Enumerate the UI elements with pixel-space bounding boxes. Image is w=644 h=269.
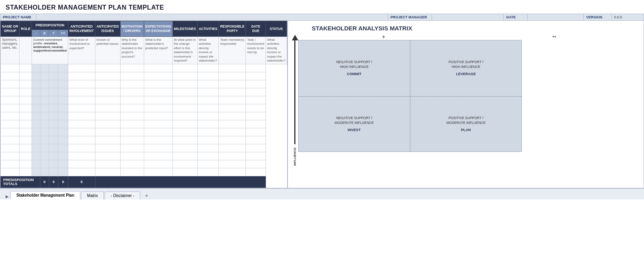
influence-label: INFLUENCE: [293, 147, 297, 166]
right-panel: STAKEHOLDER ANALYSIS MATRIX INFLUENCE 0 …: [288, 21, 644, 188]
tab-bar: ▶ Stakeholder Management Plan Matrix - D…: [0, 188, 644, 199]
project-info-row: PROJECT NAME PROJECT MANAGER DATE VERSIO…: [0, 14, 644, 20]
quadrant-title-top-left: NEGATIVE SUPPORT /HIGH INFLUENCE: [336, 60, 372, 70]
quadrant-title-bottom-right: POSITIVE SUPPORT /MODERATE INFLUENCE: [446, 116, 485, 126]
table-row: [1, 64, 287, 72]
col-anticipated-involvement: ANTICIPATED INVOLVEMENT: [68, 21, 95, 37]
page-title: STAKEHOLDER MANAGEMENT PLAN TEMPLATE: [0, 0, 644, 14]
arrow-line: [294, 40, 295, 144]
matrix-quadrant-top-right: POSITIVE SUPPORT /HIGH INFLUENCE LEVERAG…: [410, 40, 521, 96]
arrow-up-icon: [292, 35, 298, 40]
col-role: ROLE: [20, 21, 32, 37]
col-date-due: DATE DUE: [246, 21, 266, 37]
version-label: VERSION: [586, 15, 602, 19]
matrix-top-label-left: 0: [298, 35, 469, 39]
version-value[interactable]: 0.0.0: [614, 15, 641, 19]
quadrant-action-bottom-left: INVEST: [348, 128, 361, 132]
desc-responsible: Team member(s) responsible: [219, 37, 246, 64]
table-row: [1, 152, 287, 160]
main-content: NAME OR GROUP ROLE PREDISPOSITION ANTICI…: [0, 20, 644, 188]
project-manager-label: PROJECT MANAGER: [390, 15, 427, 19]
matrix-top-labels: 0 ++: [298, 35, 640, 39]
table-row: [1, 96, 287, 104]
matrix-area: INFLUENCE 0 ++ NEGATIVE SUPPORT /HIGH IN…: [292, 35, 640, 166]
influence-arrow: INFLUENCE: [292, 35, 298, 166]
desc-milestones: At what point in the change effort is th…: [172, 37, 197, 64]
table-row: [1, 112, 287, 120]
totals-plusplus: 0: [68, 176, 95, 188]
totals-zero: 0: [49, 176, 58, 188]
quadrant-action-bottom-right: PLAN: [461, 128, 471, 132]
col-status: STATUS: [266, 21, 287, 37]
predisposition-minus: -: [32, 30, 40, 37]
desc-involvement: What level of involvement is expected?: [68, 37, 95, 64]
quadrant-action-top-left: COMMIT: [347, 72, 362, 76]
left-table: NAME OR GROUP ROLE PREDISPOSITION ANTICI…: [0, 21, 288, 188]
totals-label: PREDISPOSITION TOTALS: [1, 176, 40, 188]
matrix-title: STAKEHOLDER ANALYSIS MATRIX: [312, 25, 640, 32]
table-row: [1, 72, 287, 80]
tab-stakeholder-management-plan[interactable]: Stakeholder Management Plan: [10, 191, 80, 199]
table-row: [1, 104, 287, 112]
col-anticipated-issues: ANTICIPATED ISSUES: [95, 21, 120, 37]
table-row: [1, 80, 287, 88]
matrix-grid-container: 0 ++ NEGATIVE SUPPORT /HIGH INFLUENCE CO…: [298, 35, 640, 152]
tab-nav-arrow[interactable]: ▶: [4, 193, 10, 199]
desc-date-due: Task / involvement needs to be met by: [246, 37, 266, 64]
matrix-grid: NEGATIVE SUPPORT /HIGH INFLUENCE COMMIT …: [298, 40, 522, 152]
tab-matrix[interactable]: Matrix: [81, 191, 104, 199]
predisposition-zero: 0: [40, 30, 49, 37]
desc-role: [20, 37, 32, 64]
totals-row: PREDISPOSITION TOTALS 0 0 0 0: [1, 176, 287, 188]
table-row: [1, 168, 287, 176]
tab-disclaimer[interactable]: - Disclaimer -: [105, 191, 140, 199]
col-responsible-party: RESPONSIBLE PARTY: [219, 21, 246, 37]
col-expectations: EXPECTATIONS OF EXCHANGE: [144, 21, 172, 37]
matrix-quadrant-bottom-right: POSITIVE SUPPORT /MODERATE INFLUENCE PLA…: [410, 96, 521, 152]
date-label: DATE: [506, 15, 516, 19]
table-row: [1, 160, 287, 168]
col-activities: ACTIVITIES: [197, 21, 219, 37]
quadrant-action-top-right: LEVERAGE: [456, 72, 476, 76]
tab-add-button[interactable]: +: [142, 191, 151, 199]
predisposition-plus: +: [49, 30, 58, 37]
desc-expectations: What is the stakeholder's predicted inpu…: [144, 37, 172, 64]
totals-minus: 0: [40, 176, 49, 188]
table-row: [1, 120, 287, 128]
matrix-top-label-right: ++: [469, 35, 640, 39]
description-row: Sponsors, managers, users, etc. Current …: [1, 37, 287, 64]
col-milestones: MILESTONES: [172, 21, 197, 37]
col-predisposition: PREDISPOSITION: [32, 21, 68, 30]
desc-issues: Known or potential issues: [95, 37, 120, 64]
col-motivation-drivers: MOTIVATION / DRIVERS: [120, 21, 144, 37]
totals-plus: 0: [58, 176, 68, 188]
predisposition-note: Current commitment profile: resistant, a…: [33, 38, 67, 52]
quadrant-title-top-right: POSITIVE SUPPORT /HIGH INFLUENCE: [449, 60, 483, 70]
desc-activities: What activities directly involve or impa…: [197, 37, 219, 64]
desc-status: What activities directly involve or impa…: [266, 37, 287, 64]
desc-motivation: Why is the stakeholder invested in the p…: [120, 37, 144, 64]
project-name-label: PROJECT NAME: [3, 15, 32, 19]
table-row: [1, 88, 287, 96]
table-row: [1, 144, 287, 152]
matrix-quadrant-bottom-left: NEGATIVE SUPPORT /MODERATE INFLUENCE INV…: [299, 96, 410, 152]
col-name-or-group: NAME OR GROUP: [1, 21, 20, 37]
quadrant-title-bottom-left: NEGATIVE SUPPORT /MODERATE INFLUENCE: [335, 116, 374, 126]
predisposition-plusplus: ++: [58, 30, 68, 37]
desc-name: Sponsors, managers, users, etc.: [1, 37, 20, 64]
table-row: [1, 128, 287, 136]
table-row: [1, 136, 287, 144]
matrix-quadrant-top-left: NEGATIVE SUPPORT /HIGH INFLUENCE COMMIT: [299, 40, 410, 96]
